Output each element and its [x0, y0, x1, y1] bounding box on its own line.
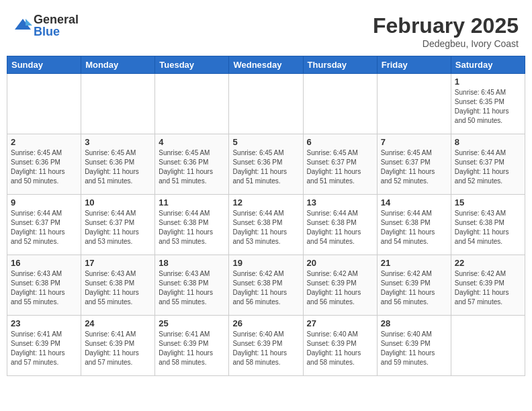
calendar-cell: 16Sunrise: 6:43 AM Sunset: 6:38 PM Dayli… — [7, 255, 81, 316]
day-info: Sunrise: 6:45 AM Sunset: 6:36 PM Dayligh… — [232, 148, 299, 186]
day-number: 11 — [159, 197, 225, 208]
calendar-cell: 24Sunrise: 6:41 AM Sunset: 6:39 PM Dayli… — [81, 316, 155, 376]
calendar-cell — [451, 316, 525, 376]
day-number: 4 — [159, 137, 225, 147]
day-number: 21 — [381, 258, 447, 268]
logo-general-text: General — [34, 13, 79, 26]
day-info: Sunrise: 6:44 AM Sunset: 6:38 PM Dayligh… — [232, 209, 299, 246]
calendar-cell: 18Sunrise: 6:43 AM Sunset: 6:38 PM Dayli… — [155, 255, 229, 316]
calendar-cell: 20Sunrise: 6:42 AM Sunset: 6:39 PM Dayli… — [303, 255, 377, 316]
day-number: 27 — [307, 318, 373, 328]
month-title: February 2025 — [373, 13, 519, 38]
day-number: 14 — [381, 197, 447, 208]
calendar-cell: 21Sunrise: 6:42 AM Sunset: 6:39 PM Dayli… — [377, 255, 451, 316]
column-header-tuesday: Tuesday — [155, 56, 229, 74]
day-info: Sunrise: 6:45 AM Sunset: 6:36 PM Dayligh… — [85, 148, 151, 186]
day-info: Sunrise: 6:40 AM Sunset: 6:39 PM Dayligh… — [381, 330, 447, 367]
day-number: 17 — [85, 258, 151, 268]
day-info: Sunrise: 6:42 AM Sunset: 6:39 PM Dayligh… — [455, 269, 521, 307]
day-info: Sunrise: 6:44 AM Sunset: 6:38 PM Dayligh… — [381, 209, 447, 246]
column-header-sunday: Sunday — [7, 56, 81, 74]
day-info: Sunrise: 6:42 AM Sunset: 6:39 PM Dayligh… — [307, 269, 373, 307]
day-number: 2 — [11, 137, 77, 147]
day-info: Sunrise: 6:44 AM Sunset: 6:38 PM Dayligh… — [159, 209, 225, 246]
day-number: 25 — [159, 318, 225, 328]
day-number: 18 — [159, 258, 225, 268]
logo-text: General Blue — [34, 13, 79, 38]
day-info: Sunrise: 6:40 AM Sunset: 6:39 PM Dayligh… — [232, 330, 299, 367]
calendar-cell: 13Sunrise: 6:44 AM Sunset: 6:38 PM Dayli… — [303, 195, 377, 255]
page-header: General Blue February 2025 Dedegbeu, Ivo… — [7, 7, 525, 52]
calendar-cell: 19Sunrise: 6:42 AM Sunset: 6:38 PM Dayli… — [229, 255, 303, 316]
location-subtitle: Dedegbeu, Ivory Coast — [373, 38, 519, 49]
day-number: 26 — [232, 318, 299, 328]
svg-marker-1 — [26, 19, 32, 26]
day-number: 22 — [455, 258, 521, 268]
calendar-cell — [81, 74, 155, 134]
day-number: 24 — [85, 318, 151, 328]
day-number: 23 — [11, 318, 77, 328]
calendar-week-3: 9Sunrise: 6:44 AM Sunset: 6:37 PM Daylig… — [7, 195, 525, 255]
day-info: Sunrise: 6:44 AM Sunset: 6:37 PM Dayligh… — [85, 209, 151, 246]
calendar-cell — [229, 74, 303, 134]
day-info: Sunrise: 6:43 AM Sunset: 6:38 PM Dayligh… — [85, 269, 151, 307]
day-number: 10 — [85, 197, 151, 208]
calendar-cell: 12Sunrise: 6:44 AM Sunset: 6:38 PM Dayli… — [229, 195, 303, 255]
calendar-cell — [155, 74, 229, 134]
calendar-cell: 11Sunrise: 6:44 AM Sunset: 6:38 PM Dayli… — [155, 195, 229, 255]
calendar-cell: 4Sunrise: 6:45 AM Sunset: 6:36 PM Daylig… — [155, 134, 229, 195]
title-area: February 2025 Dedegbeu, Ivory Coast — [373, 13, 519, 49]
day-info: Sunrise: 6:45 AM Sunset: 6:36 PM Dayligh… — [159, 148, 225, 186]
day-number: 28 — [381, 318, 447, 328]
calendar-week-2: 2Sunrise: 6:45 AM Sunset: 6:36 PM Daylig… — [7, 134, 525, 195]
calendar-cell: 25Sunrise: 6:41 AM Sunset: 6:39 PM Dayli… — [155, 316, 229, 376]
calendar-cell: 9Sunrise: 6:44 AM Sunset: 6:37 PM Daylig… — [7, 195, 81, 255]
calendar-week-1: 1Sunrise: 6:45 AM Sunset: 6:35 PM Daylig… — [7, 74, 525, 134]
day-info: Sunrise: 6:41 AM Sunset: 6:39 PM Dayligh… — [11, 330, 77, 367]
day-info: Sunrise: 6:40 AM Sunset: 6:39 PM Dayligh… — [307, 330, 373, 367]
calendar-week-4: 16Sunrise: 6:43 AM Sunset: 6:38 PM Dayli… — [7, 255, 525, 316]
day-info: Sunrise: 6:42 AM Sunset: 6:39 PM Dayligh… — [381, 269, 447, 307]
day-number: 8 — [455, 137, 521, 147]
day-number: 5 — [232, 137, 299, 147]
day-info: Sunrise: 6:45 AM Sunset: 6:36 PM Dayligh… — [11, 148, 77, 186]
calendar-cell: 8Sunrise: 6:44 AM Sunset: 6:37 PM Daylig… — [451, 134, 525, 195]
day-number: 9 — [11, 197, 77, 208]
calendar-cell: 7Sunrise: 6:45 AM Sunset: 6:37 PM Daylig… — [377, 134, 451, 195]
calendar-cell: 26Sunrise: 6:40 AM Sunset: 6:39 PM Dayli… — [229, 316, 303, 376]
day-number: 12 — [232, 197, 299, 208]
day-number: 16 — [11, 258, 77, 268]
calendar-cell: 23Sunrise: 6:41 AM Sunset: 6:39 PM Dayli… — [7, 316, 81, 376]
calendar-cell — [377, 74, 451, 134]
column-header-monday: Monday — [81, 56, 155, 74]
logo: General Blue — [13, 13, 79, 38]
day-info: Sunrise: 6:44 AM Sunset: 6:38 PM Dayligh… — [307, 209, 373, 246]
calendar-cell: 3Sunrise: 6:45 AM Sunset: 6:36 PM Daylig… — [81, 134, 155, 195]
calendar-cell: 27Sunrise: 6:40 AM Sunset: 6:39 PM Dayli… — [303, 316, 377, 376]
column-header-wednesday: Wednesday — [229, 56, 303, 74]
calendar-cell: 2Sunrise: 6:45 AM Sunset: 6:36 PM Daylig… — [7, 134, 81, 195]
calendar-cell: 15Sunrise: 6:43 AM Sunset: 6:38 PM Dayli… — [451, 195, 525, 255]
day-number: 20 — [307, 258, 373, 268]
column-header-friday: Friday — [377, 56, 451, 74]
logo-icon — [13, 16, 32, 35]
column-header-thursday: Thursday — [303, 56, 377, 74]
column-header-saturday: Saturday — [451, 56, 525, 74]
day-info: Sunrise: 6:43 AM Sunset: 6:38 PM Dayligh… — [11, 269, 77, 307]
day-number: 13 — [307, 197, 373, 208]
day-info: Sunrise: 6:43 AM Sunset: 6:38 PM Dayligh… — [159, 269, 225, 307]
day-number: 19 — [232, 258, 299, 268]
day-number: 6 — [307, 137, 373, 147]
day-info: Sunrise: 6:44 AM Sunset: 6:37 PM Dayligh… — [11, 209, 77, 246]
calendar-cell: 10Sunrise: 6:44 AM Sunset: 6:37 PM Dayli… — [81, 195, 155, 255]
calendar-cell — [303, 74, 377, 134]
day-info: Sunrise: 6:43 AM Sunset: 6:38 PM Dayligh… — [455, 209, 521, 246]
day-number: 15 — [455, 197, 521, 208]
calendar-cell: 17Sunrise: 6:43 AM Sunset: 6:38 PM Dayli… — [81, 255, 155, 316]
day-number: 3 — [85, 137, 151, 147]
calendar-table: SundayMondayTuesdayWednesdayThursdayFrid… — [7, 56, 525, 376]
calendar-header-row: SundayMondayTuesdayWednesdayThursdayFrid… — [7, 56, 525, 74]
day-info: Sunrise: 6:41 AM Sunset: 6:39 PM Dayligh… — [159, 330, 225, 367]
day-info: Sunrise: 6:42 AM Sunset: 6:38 PM Dayligh… — [232, 269, 299, 307]
calendar-week-5: 23Sunrise: 6:41 AM Sunset: 6:39 PM Dayli… — [7, 316, 525, 376]
